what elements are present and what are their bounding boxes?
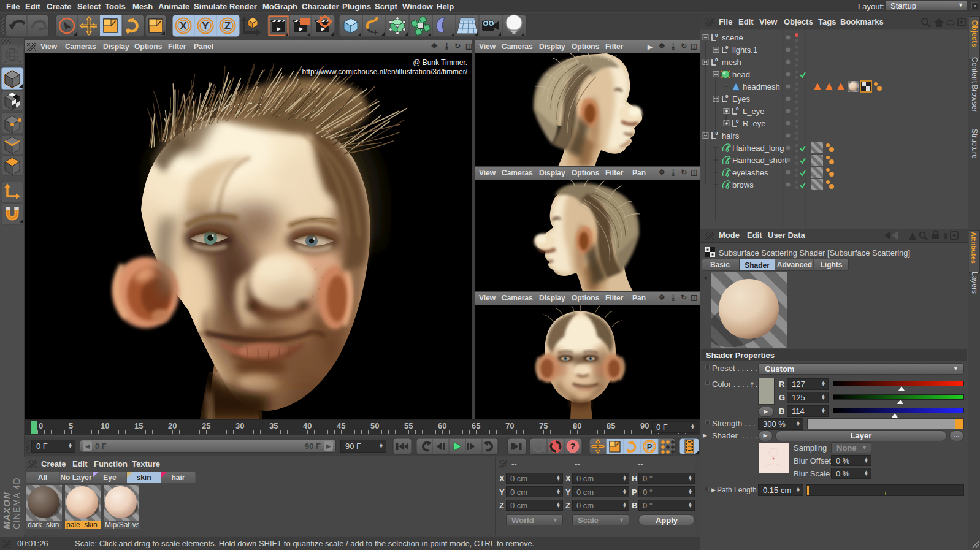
svg-text:85: 85 [607,421,615,430]
svg-text:Y: Y [202,20,209,32]
svg-text:0: 0 [715,57,718,63]
svg-text:35: 35 [269,421,278,430]
svg-text:0: 0 [715,32,718,38]
svg-text:R_eye: R_eye [743,119,766,128]
svg-text:mesh: mesh [722,58,741,67]
svg-text:70: 70 [505,421,514,430]
svg-text:50: 50 [370,421,379,430]
svg-text:?: ? [570,441,575,451]
svg-text:20: 20 [168,421,177,430]
svg-text:75: 75 [539,421,548,430]
svg-text:Z: Z [224,20,231,32]
svg-text:head: head [732,70,750,79]
svg-text:Hairhead_long: Hairhead_long [732,143,784,153]
svg-text:25: 25 [202,421,210,430]
svg-text:P: P [647,442,653,451]
svg-text:L_eye: L_eye [743,107,764,116]
svg-text:5: 5 [69,421,73,430]
svg-text:40: 40 [303,421,312,430]
svg-text:0: 0 [736,118,739,124]
svg-text:30: 30 [235,421,244,430]
svg-text:0: 0 [39,421,43,430]
svg-text:scene: scene [722,33,743,42]
svg-text:headmesh: headmesh [743,82,780,91]
svg-text:45: 45 [337,421,345,430]
svg-text:Hairhead_short: Hairhead_short [732,156,787,165]
svg-text:Eyes: Eyes [732,94,750,104]
svg-text:60: 60 [438,421,446,430]
svg-text:10: 10 [101,421,109,430]
svg-text:55: 55 [404,421,413,430]
svg-text:0: 0 [736,106,739,112]
svg-text:8: 8 [944,232,948,240]
svg-text:0: 0 [725,45,729,50]
svg-text:15: 15 [134,421,143,430]
svg-text:lights.1: lights.1 [732,45,757,55]
svg-text:X: X [180,20,187,32]
svg-text:90: 90 [640,421,649,430]
svg-text:65: 65 [472,421,480,430]
svg-text:brows: brows [732,180,754,189]
svg-text:0: 0 [725,94,729,99]
svg-text:80: 80 [573,421,581,430]
svg-text:eyelashes: eyelashes [732,168,768,177]
svg-text:hairs: hairs [722,131,740,140]
